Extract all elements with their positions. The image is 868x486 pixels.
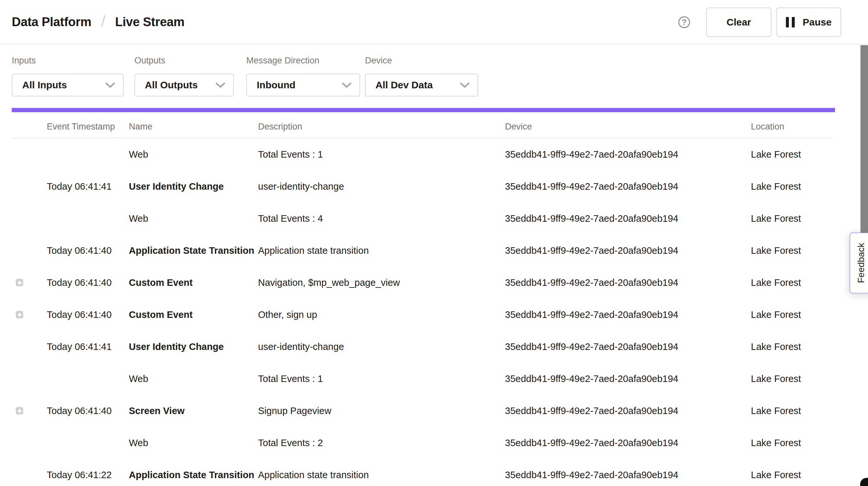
table-row[interactable]: WebTotal Events : 135eddb41-9ff9-49e2-7a… [0,363,868,395]
filter-message-direction-value: Inbound [257,80,295,91]
row-location: Lake Forest [751,245,801,256]
filter-device-value: All Dev Data [375,80,433,91]
row-event-timestamp: Today 06:41:41 [47,181,112,192]
row-name: User Identity Change [129,341,224,352]
row-description: user-identity-change [258,341,344,352]
expand-row-button[interactable] [16,279,23,286]
table-row[interactable]: Today 06:41:40Application State Transiti… [0,235,868,267]
clear-button-label: Clear [726,17,751,28]
table-row[interactable]: Today 06:41:40Custom EventNavigation, $m… [0,267,868,299]
row-name: Custom Event [129,309,193,320]
row-event-timestamp: Today 06:41:22 [47,469,112,481]
row-device: 35eddb41-9ff9-49e2-7aed-20afa90eb194 [505,341,678,352]
table-row[interactable]: Today 06:41:40Screen ViewSignup Pageview… [0,395,868,427]
chevron-down-icon [342,83,351,88]
breadcrumb-section[interactable]: Data Platform [12,15,91,29]
row-event-timestamp: Today 06:41:40 [47,245,112,256]
filter-message-direction-label: Message Direction [246,56,360,66]
clear-button[interactable]: Clear [706,7,772,37]
filter-device: Device All Dev Data [365,56,478,96]
filter-message-direction-select[interactable]: Inbound [246,73,360,96]
column-header-name: Name [129,122,152,132]
filter-outputs-select[interactable]: All Outputs [134,73,234,96]
row-location: Lake Forest [751,373,801,384]
column-header-event-timestamp: Event Timestamp [47,122,115,132]
row-device: 35eddb41-9ff9-49e2-7aed-20afa90eb194 [505,149,678,160]
row-name: Web [129,213,148,224]
row-device: 35eddb41-9ff9-49e2-7aed-20afa90eb194 [505,405,678,416]
row-location: Lake Forest [751,213,801,224]
chevron-down-icon [460,83,470,88]
row-device: 35eddb41-9ff9-49e2-7aed-20afa90eb194 [505,469,678,481]
row-location: Lake Forest [751,149,801,160]
row-description: Other, sign up [258,309,317,320]
accent-divider-bar [12,108,835,112]
pause-button[interactable]: Pause [776,7,841,37]
table-row[interactable]: WebTotal Events : 235eddb41-9ff9-49e2-7a… [0,427,868,459]
page-title: Live Stream [115,15,184,29]
row-event-timestamp: Today 06:41:40 [47,309,112,320]
row-event-timestamp: Today 06:41:40 [47,405,112,416]
row-device: 35eddb41-9ff9-49e2-7aed-20afa90eb194 [505,309,678,320]
feedback-tab-label: Feedback [856,243,866,283]
row-location: Lake Forest [751,181,801,192]
breadcrumb: Data Platform / Live Stream [12,0,184,44]
feedback-tab[interactable]: Feedback [849,232,868,294]
row-device: 35eddb41-9ff9-49e2-7aed-20afa90eb194 [505,373,678,384]
expand-row-button[interactable] [16,311,23,318]
expand-row-button[interactable] [16,407,23,415]
filter-outputs-label: Outputs [134,56,234,66]
pause-button-label: Pause [803,17,831,28]
chevron-down-icon [105,83,115,88]
row-description: Total Events : 2 [258,437,323,448]
table-row[interactable]: WebTotal Events : 435eddb41-9ff9-49e2-7a… [0,203,868,235]
row-location: Lake Forest [751,309,801,320]
filter-inputs-value: All Inputs [22,80,67,91]
row-description: Application state transition [258,245,369,256]
row-location: Lake Forest [751,405,801,416]
filter-message-direction: Message Direction Inbound [246,56,360,96]
table-row[interactable]: Today 06:41:40Custom EventOther, sign up… [0,299,868,331]
row-name: Web [129,437,148,448]
row-description: Application state transition [258,469,369,481]
row-description: Total Events : 4 [258,213,323,224]
table-row[interactable]: WebTotal Events : 135eddb41-9ff9-49e2-7a… [0,138,868,171]
row-device: 35eddb41-9ff9-49e2-7aed-20afa90eb194 [505,245,678,256]
row-name: Web [129,149,148,160]
help-icon[interactable]: ? [678,17,690,28]
row-event-timestamp: Today 06:41:41 [47,341,112,352]
row-location: Lake Forest [751,277,801,288]
row-name: Web [129,373,148,384]
row-location: Lake Forest [751,469,801,481]
filter-inputs-select[interactable]: All Inputs [12,73,124,96]
row-name: User Identity Change [129,181,224,192]
row-device: 35eddb41-9ff9-49e2-7aed-20afa90eb194 [505,277,678,288]
filter-device-select[interactable]: All Dev Data [365,73,478,96]
event-table-body: WebTotal Events : 135eddb41-9ff9-49e2-7a… [0,138,868,486]
filter-inputs-label: Inputs [12,56,124,66]
row-name: Application State Transition [129,245,254,256]
row-device: 35eddb41-9ff9-49e2-7aed-20afa90eb194 [505,437,678,448]
column-header-location: Location [751,122,784,132]
breadcrumb-separator: / [101,12,105,30]
row-event-timestamp: Today 06:41:40 [47,277,112,288]
row-name: Screen View [129,405,184,416]
filter-inputs: Inputs All Inputs [12,56,124,96]
pause-icon [786,17,795,28]
filter-device-label: Device [365,56,478,66]
filter-outputs: Outputs All Outputs [134,56,234,96]
row-description: user-identity-change [258,181,344,192]
column-header-device: Device [505,122,532,132]
table-row[interactable]: Today 06:41:41User Identity Changeuser-i… [0,171,868,203]
app-header: Data Platform / Live Stream ? Clear Paus… [0,0,868,44]
vertical-scrollbar-thumb[interactable] [861,45,868,233]
table-row[interactable]: Today 06:41:22Application State Transiti… [0,459,868,486]
filter-outputs-value: All Outputs [145,80,198,91]
row-name: Application State Transition [129,469,254,481]
row-device: 35eddb41-9ff9-49e2-7aed-20afa90eb194 [505,181,678,192]
row-location: Lake Forest [751,437,801,448]
row-name: Custom Event [129,277,193,288]
row-device: 35eddb41-9ff9-49e2-7aed-20afa90eb194 [505,213,678,224]
table-row[interactable]: Today 06:41:41User Identity Changeuser-i… [0,331,868,363]
row-description: Navigation, $mp_web_page_view [258,277,400,288]
